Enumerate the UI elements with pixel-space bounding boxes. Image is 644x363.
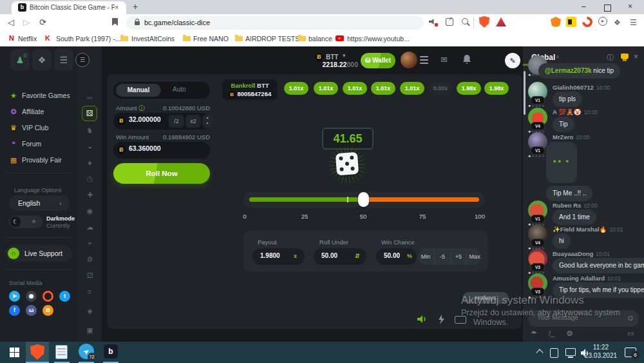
classic-dice-icon[interactable]: ⚄ <box>82 106 97 121</box>
chat-scrollbar[interactable] <box>524 71 526 115</box>
new-tab-button[interactable]: + <box>133 1 138 12</box>
ball-game-icon[interactable]: ◒ <box>85 142 95 150</box>
user-avatar[interactable] <box>401 52 417 68</box>
half-bet-button[interactable]: /2 <box>169 115 184 128</box>
amount-input[interactable] <box>129 115 174 123</box>
sidebar-item-forum[interactable]: ❝Forum <box>9 137 73 148</box>
sound-icon[interactable] <box>417 315 428 326</box>
yellow-extension-icon[interactable] <box>566 17 576 27</box>
slider-thumb[interactable] <box>358 192 369 207</box>
sidebar-item-vip-club[interactable]: ♛VIP Club <box>9 121 73 132</box>
payout-input[interactable] <box>260 252 289 259</box>
roll-under-input[interactable] <box>321 252 350 259</box>
browser-tab[interactable]: b Bitcoin Classic Dice Game - Play D × <box>12 1 126 14</box>
reload-icon[interactable]: ⟳ <box>39 17 46 27</box>
clock-time[interactable]: 11:22 <box>585 344 617 351</box>
tab-close-icon[interactable]: × <box>115 3 118 11</box>
wallet-button[interactable]: ⛁ Wallet <box>361 53 395 68</box>
chat-username[interactable]: MrZero10:00 <box>553 133 589 141</box>
multiplier-button[interactable]: 1.01x <box>400 82 424 95</box>
sidebar-item-favorite-games[interactable]: ★Favorite Games <box>9 89 73 99</box>
chat-username[interactable]: Gialinh06071210:00 <box>553 84 610 91</box>
bookmark-item[interactable]: Free NANO <box>193 35 229 43</box>
language-selector[interactable]: English › <box>9 195 70 211</box>
game-tile-chip-icon[interactable]: ♟⚿ <box>10 49 30 71</box>
tray-expand-icon[interactable] <box>536 349 543 356</box>
crash-game-icon[interactable]: ✏ <box>85 94 95 103</box>
rain-tip-icon[interactable]: ☂ <box>531 329 537 338</box>
chevron-right-icon[interactable]: › <box>556 52 559 60</box>
sidebar-item-affiliate[interactable]: ❂Affiliate <box>9 105 73 115</box>
trophy-icon[interactable] <box>621 54 629 59</box>
chat-rules-icon[interactable]: ▭ <box>627 329 634 338</box>
tab-manual[interactable]: Manual <box>116 84 161 97</box>
twitter-icon[interactable]: t <box>59 291 70 302</box>
emoji-icon[interactable]: ☺ <box>627 313 634 322</box>
info-icon[interactable]: ⓘ <box>138 104 145 112</box>
start-button[interactable] <box>10 348 19 357</box>
chevron-down-icon[interactable]: ▾ <box>343 52 346 59</box>
gem-game-icon[interactable]: ◈ <box>85 307 95 315</box>
roulette-game-icon[interactable]: ◉ <box>85 207 95 215</box>
tray-network-icon[interactable] <box>565 348 576 356</box>
hotkeys-icon[interactable] <box>455 316 466 324</box>
facebook-icon[interactable]: f <box>9 305 20 316</box>
brave-shield-icon[interactable] <box>479 16 489 28</box>
window-close-button[interactable]: × <box>628 2 632 11</box>
multiplier-button[interactable]: 1.01x <box>284 82 308 95</box>
metamask-icon[interactable] <box>551 17 561 27</box>
coin-drop-icon[interactable]: ❂ <box>567 329 573 338</box>
play-extension-icon[interactable]: ▸ <box>598 17 607 26</box>
plus-game-icon[interactable]: ✚ <box>85 191 95 199</box>
collapse-sidebar-button[interactable]: ☰ <box>75 53 90 67</box>
max-button[interactable]: Max <box>466 248 482 265</box>
bat-rewards-icon[interactable] <box>496 17 506 26</box>
chat-info-icon[interactable]: ⓘ <box>607 53 614 63</box>
multiplier-button[interactable]: 0.00x <box>428 82 453 95</box>
bitcoin-icon[interactable]: Ƀ <box>43 305 53 316</box>
taskbar-brave[interactable] <box>26 342 49 362</box>
darkmode-toggle[interactable]: ☾ ☀ <box>9 215 43 228</box>
steam-icon[interactable]: ◉ <box>26 291 37 302</box>
music-game-icon[interactable]: ♬ <box>85 288 95 295</box>
back-icon[interactable]: ◁ <box>8 17 14 27</box>
chat-username[interactable]: ✨Field Marshal🔥10:01 <box>553 226 623 233</box>
roll-now-button[interactable]: Roll Now <box>113 163 210 184</box>
chat-username[interactable]: Amusing Adallard10:01 <box>553 275 621 282</box>
dice-duo-game-icon[interactable]: ⚂ <box>85 271 95 280</box>
plus5-button[interactable]: +5 <box>450 248 466 265</box>
chat-username[interactable]: A 💯🧸🤡10:00 <box>553 108 598 115</box>
cloud-game-icon[interactable]: ☁ <box>85 223 95 231</box>
chat-close-icon[interactable]: × <box>634 52 638 61</box>
tray-tablet-icon[interactable] <box>550 348 558 358</box>
game-tile-diamond-icon[interactable]: ❖ <box>32 49 52 71</box>
chat-message-input[interactable] <box>536 313 622 322</box>
win-amount-input[interactable] <box>129 144 174 152</box>
poker-game-icon[interactable]: ♠ <box>85 159 95 166</box>
game-tile-coins-icon[interactable]: ☰ <box>54 49 73 71</box>
chat-commands-icon[interactable]: /_ <box>549 329 554 337</box>
mail-icon[interactable]: ✉ <box>440 55 448 64</box>
multiplier-button[interactable]: 1.98x <box>457 82 481 95</box>
currency-label[interactable]: BTT <box>326 54 338 61</box>
forward-icon[interactable]: ▷ <box>23 17 30 27</box>
minus5-button[interactable]: -5 <box>434 248 450 265</box>
console-game-icon[interactable]: ♞ <box>85 126 95 135</box>
double-bet-button[interactable]: x2 <box>185 115 201 128</box>
min-button[interactable]: Min <box>418 248 433 265</box>
window-minimize-button[interactable]: – <box>582 2 586 11</box>
telegram-icon[interactable]: ➤ <box>9 291 20 302</box>
bookmark-item[interactable]: https://www.youtub... <box>347 35 410 43</box>
sidebar-item-provably-fair[interactable]: ▦Provably Fair <box>9 153 73 164</box>
roll-slider[interactable] <box>243 191 485 208</box>
slots-game-icon[interactable]: ▣ <box>85 326 95 335</box>
orange-extension-icon[interactable] <box>580 15 595 30</box>
taskbar-telegram[interactable]: ➤ 72 <box>75 342 98 362</box>
live-support-button[interactable]: ∩ Live Support <box>5 245 72 262</box>
turbo-icon[interactable] <box>438 315 445 327</box>
multiplier-button[interactable]: 1.98x <box>484 82 509 95</box>
puzzle-extensions-icon[interactable]: ❖ <box>614 18 621 27</box>
bookmark-item[interactable]: South Park (1997) -... <box>56 35 120 43</box>
multiplier-button[interactable]: 1.01x <box>371 82 395 95</box>
tab-auto[interactable]: Auto <box>173 86 186 93</box>
